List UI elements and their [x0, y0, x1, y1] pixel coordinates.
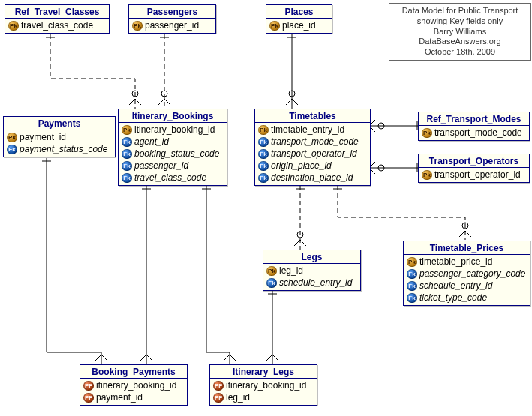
entity-field: Pkpayment_id — [7, 131, 112, 143]
note-line: DataBaseAnswers.org — [394, 37, 526, 47]
entity-places[interactable]: Places Pkplace_id — [266, 4, 332, 34]
primary-key-icon: Pk — [258, 125, 269, 135]
entity-field: Pktimetable_entry_id — [258, 124, 367, 136]
field-label: travel_class_code — [21, 20, 93, 31]
foreign-key-icon: Fk — [258, 173, 269, 183]
entity-payments[interactable]: Payments Pkpayment_idFkpayment_status_co… — [3, 116, 116, 157]
entity-title: Itinerary_Legs — [210, 365, 317, 379]
entity-booking-payments[interactable]: Booking_Payments PFitinerary_booking_idP… — [80, 364, 188, 406]
field-label: leg_id — [279, 265, 303, 276]
field-label: origin_place_id — [271, 160, 332, 171]
primary-key-icon: Pk — [7, 133, 17, 142]
entity-field: Pktransport_mode_code — [422, 127, 526, 139]
entity-field: Fkorigin_place_id — [258, 160, 367, 172]
foreign-key-icon: Fk — [258, 137, 269, 147]
diagram-notes: Data Model for Public Transport showing … — [389, 3, 531, 61]
entity-title: Itinerary_Bookings — [119, 109, 227, 123]
entity-transport-operators[interactable]: Transport_Operators Pktransport_operator… — [418, 154, 530, 183]
entity-field: Pktravel_class_code — [8, 19, 106, 31]
entity-field: Fkagent_id — [122, 136, 224, 148]
entity-passengers[interactable]: Passengers Pkpassenger_id — [128, 4, 216, 34]
entity-field: Fkdestination_place_id — [258, 172, 367, 184]
foreign-key-icon: Fk — [122, 161, 132, 171]
entity-title: Payments — [4, 117, 115, 130]
er-diagram-canvas: Data Model for Public Transport showing … — [0, 0, 532, 416]
entity-field: PFleg_id — [213, 391, 314, 403]
entity-title: Ref_Transport_Modes — [419, 112, 529, 126]
entity-ref-transport-modes[interactable]: Ref_Transport_Modes Pktransport_mode_cod… — [418, 112, 530, 141]
entity-field: Fkpayment_status_code — [7, 143, 112, 155]
foreign-key-icon: Fk — [122, 149, 132, 159]
foreign-key-icon: Fk — [258, 161, 269, 171]
field-label: transport_operator_id — [271, 148, 357, 159]
foreign-key-icon: Fk — [407, 281, 417, 291]
field-label: itinerary_booking_id — [96, 380, 176, 391]
entity-field: Fkbooking_status_code — [122, 148, 224, 160]
primary-key-icon: Pk — [122, 125, 132, 135]
foreign-key-icon: Fk — [266, 278, 277, 288]
entity-legs[interactable]: Legs Pkleg_idFkschedule_entry_id — [263, 250, 361, 291]
entity-field: Pktimetable_price_id — [407, 256, 527, 268]
connectors-layer — [0, 0, 532, 416]
entity-field: Fkpassenger_id — [122, 160, 224, 172]
entity-field: Fkticket_type_code — [407, 292, 527, 304]
field-label: schedule_entry_id — [419, 280, 492, 291]
entity-field: Fkpassenger_category_code — [407, 268, 527, 280]
field-label: timetable_price_id — [419, 256, 492, 267]
entity-field: Pktransport_operator_id — [422, 169, 526, 181]
field-label: place_id — [282, 20, 316, 31]
foreign-key-icon: Fk — [122, 137, 132, 147]
entity-field: Fkschedule_entry_id — [266, 277, 357, 289]
primary-key-icon: Pk — [422, 170, 432, 180]
entity-field: Pkleg_id — [266, 265, 357, 277]
entity-title: Transport_Operators — [419, 154, 529, 168]
primary-key-icon: Pk — [266, 266, 277, 276]
field-label: timetable_entry_id — [271, 124, 344, 135]
entity-timetables[interactable]: Timetables Pktimetable_entry_idFktranspo… — [254, 109, 371, 186]
entity-itinerary-legs[interactable]: Itinerary_Legs PFitinerary_booking_idPFl… — [209, 364, 317, 406]
note-line: October 18th. 2009 — [394, 47, 526, 58]
entity-field: Fktravel_class_code — [122, 172, 224, 184]
note-line: showing Key fields only — [394, 16, 526, 27]
pk-fk-icon: PF — [213, 381, 224, 391]
field-label: agent_id — [134, 136, 169, 147]
note-line: Data Model for Public Transport — [394, 6, 526, 16]
entity-itinerary-bookings[interactable]: Itinerary_Bookings Pkitinerary_booking_i… — [118, 109, 227, 186]
field-label: transport_mode_code — [434, 127, 522, 138]
primary-key-icon: Pk — [269, 21, 280, 31]
field-label: schedule_entry_id — [279, 277, 352, 288]
entity-field: Fkschedule_entry_id — [407, 280, 527, 292]
primary-key-icon: Pk — [8, 21, 19, 31]
field-label: payment_id — [20, 132, 66, 142]
primary-key-icon: Pk — [132, 21, 143, 31]
entity-field: PFitinerary_booking_id — [83, 379, 184, 391]
entity-ref-travel-classes[interactable]: Ref_Travel_Classes Pktravel_class_code — [5, 4, 110, 34]
field-label: payment_status_code — [20, 144, 107, 154]
entity-field: PFpayment_id — [83, 391, 184, 403]
foreign-key-icon: Fk — [258, 149, 269, 159]
foreign-key-icon: Fk — [407, 293, 417, 303]
entity-title: Places — [266, 5, 332, 19]
field-label: passenger_category_code — [419, 268, 525, 279]
pk-fk-icon: PF — [83, 393, 94, 403]
entity-title: Ref_Travel_Classes — [5, 5, 109, 19]
pk-fk-icon: PF — [83, 381, 94, 391]
entity-field: Pkpassenger_id — [132, 19, 212, 31]
entity-title: Passengers — [129, 5, 215, 19]
field-label: transport_operator_id — [434, 169, 521, 180]
foreign-key-icon: Fk — [407, 269, 417, 279]
note-line: Barry Williams — [394, 27, 526, 37]
primary-key-icon: Pk — [407, 257, 417, 267]
field-label: itinerary_booking_id — [134, 124, 215, 135]
foreign-key-icon: Fk — [7, 145, 17, 154]
entity-title: Timetables — [255, 109, 370, 123]
field-label: ticket_type_code — [419, 292, 487, 303]
field-label: payment_id — [96, 392, 143, 403]
entity-title: Booking_Payments — [80, 365, 187, 379]
field-label: passenger_id — [134, 160, 188, 171]
field-label: destination_place_id — [271, 172, 353, 183]
entity-title: Legs — [263, 250, 360, 264]
entity-field: Pkplace_id — [269, 19, 329, 31]
entity-timetable-prices[interactable]: Timetable_Prices Pktimetable_price_idFkp… — [403, 241, 530, 306]
pk-fk-icon: PF — [213, 393, 224, 403]
